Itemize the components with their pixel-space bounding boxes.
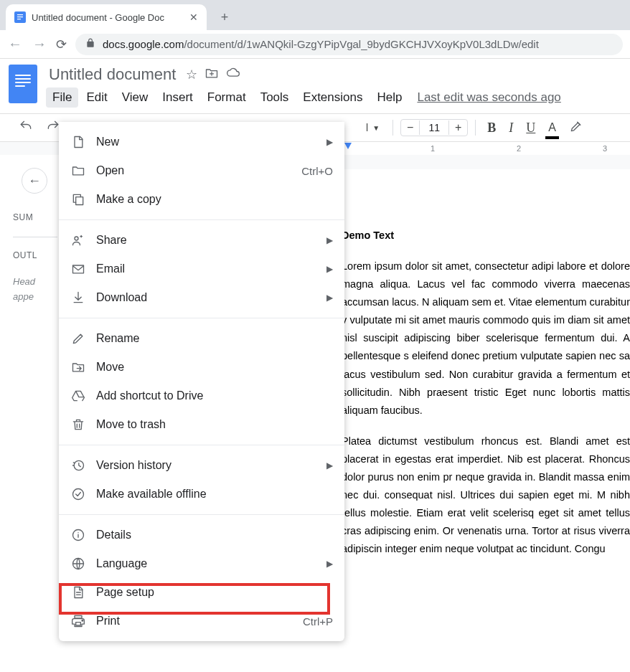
document-title[interactable]: Untitled document	[46, 65, 179, 84]
move-folder-icon[interactable]	[204, 66, 219, 84]
browser-back-icon[interactable]: ←	[7, 36, 23, 52]
font-size-control: − 11 +	[400, 119, 468, 136]
submenu-arrow-icon: ▶	[326, 460, 333, 470]
svg-rect-3	[76, 197, 83, 205]
font-size-increase[interactable]: +	[449, 120, 467, 136]
menu-insert[interactable]: Insert	[156, 87, 199, 108]
file-menu-open[interactable]: Open Ctrl+O	[59, 156, 344, 185]
file-menu-print[interactable]: Print Ctrl+P	[59, 607, 344, 635]
share-icon	[70, 232, 86, 248]
globe-icon	[70, 556, 86, 572]
svg-rect-5	[73, 265, 84, 273]
tab-close-icon[interactable]: ✕	[189, 11, 198, 23]
browser-tab[interactable]: Untitled document - Google Doc ✕	[6, 4, 207, 30]
trash-icon	[70, 417, 86, 432]
menu-format[interactable]: Format	[201, 87, 253, 108]
menu-tools[interactable]: Tools	[254, 87, 296, 108]
file-menu-page-setup[interactable]: Page setup	[59, 578, 344, 607]
file-menu-dropdown: New ▶ Open Ctrl+O Make a copy Share ▶ Em…	[59, 122, 344, 641]
file-menu-move[interactable]: Move	[59, 353, 344, 382]
tab-title: Untitled document - Google Doc	[32, 12, 184, 23]
file-menu-email[interactable]: Email ▶	[59, 255, 344, 283]
history-icon	[70, 458, 86, 473]
file-menu-new[interactable]: New ▶	[59, 128, 344, 156]
browser-reload-icon[interactable]: ⟳	[56, 37, 67, 52]
menu-edit[interactable]: Edit	[80, 87, 113, 108]
svg-rect-2	[17, 19, 21, 19]
file-menu-share[interactable]: Share ▶	[59, 226, 344, 255]
italic-icon[interactable]: I	[504, 118, 517, 138]
copy-icon	[70, 191, 86, 207]
tab-favicon-docs-icon	[14, 11, 26, 23]
browser-forward-icon: →	[32, 36, 47, 52]
svg-point-4	[75, 237, 78, 240]
menu-file[interactable]: File	[46, 87, 78, 108]
menu-extensions[interactable]: Extensions	[296, 87, 369, 108]
info-icon	[70, 527, 86, 543]
browser-address-bar: ← → ⟳ docs.google.com/document/d/1wANQki…	[0, 30, 630, 59]
highlight-icon[interactable]	[565, 116, 588, 140]
submenu-arrow-icon: ▶	[326, 559, 333, 569]
lock-icon	[85, 38, 95, 50]
document-heading: Demo Text	[342, 227, 630, 245]
page-area: Demo Text Lorem ipsum dolor sit amet, co…	[332, 155, 630, 672]
outline-placeholder: Head appe	[13, 275, 57, 305]
svg-rect-0	[17, 14, 23, 15]
star-icon[interactable]: ☆	[186, 67, 197, 82]
browser-tabs-bar: Untitled document - Google Doc ✕ +	[0, 0, 630, 30]
svg-point-7	[73, 489, 84, 500]
document-icon	[70, 134, 86, 150]
outline-label: OUTL	[13, 250, 57, 260]
file-menu-make-copy[interactable]: Make a copy	[59, 185, 344, 214]
file-menu-version-history[interactable]: Version history ▶	[59, 451, 344, 480]
file-menu-download[interactable]: Download ▶	[59, 283, 344, 312]
submenu-arrow-icon: ▶	[326, 293, 333, 303]
menu-view[interactable]: View	[116, 87, 155, 108]
file-menu-trash[interactable]: Move to trash	[59, 410, 344, 439]
document-paragraph: Platea dictumst vestibulum rhoncus est. …	[342, 432, 630, 559]
menu-bar: File Edit View Insert Format Tools Exten…	[46, 87, 621, 108]
outline-back-button[interactable]: ←	[22, 168, 47, 194]
docs-logo-icon[interactable]	[9, 65, 37, 103]
file-menu-language[interactable]: Language ▶	[59, 549, 344, 578]
submenu-arrow-icon: ▶	[326, 235, 333, 245]
drive-shortcut-icon	[70, 388, 86, 404]
font-size-decrease[interactable]: −	[401, 120, 419, 136]
page-setup-icon	[70, 585, 86, 600]
undo-icon[interactable]	[14, 116, 37, 140]
outline-pane: ← SUM OUTL Head appe	[13, 155, 57, 305]
file-menu-details[interactable]: Details	[59, 521, 344, 549]
offline-icon	[70, 486, 86, 502]
print-icon	[70, 613, 86, 629]
document-page[interactable]: Demo Text Lorem ipsum dolor sit amet, co…	[332, 169, 630, 672]
email-icon	[70, 261, 86, 277]
file-menu-rename[interactable]: Rename	[59, 324, 344, 353]
download-icon	[70, 290, 86, 306]
browser-url-field[interactable]: docs.google.com/document/d/1wANQkil-GzgY…	[75, 34, 623, 55]
underline-icon[interactable]: U	[522, 118, 540, 138]
rename-icon	[70, 331, 86, 346]
menu-help[interactable]: Help	[370, 87, 408, 108]
cloud-status-icon[interactable]	[226, 66, 240, 84]
bold-icon[interactable]: B	[483, 118, 500, 138]
move-icon	[70, 359, 86, 375]
folder-icon	[70, 163, 86, 179]
submenu-arrow-icon: ▶	[326, 264, 333, 274]
submenu-arrow-icon: ▶	[326, 137, 333, 147]
document-paragraph: Lorem ipsum dolor sit amet, consectetur …	[342, 257, 630, 420]
url-text: docs.google.com/document/d/1wANQkil-GzgY…	[103, 38, 539, 50]
file-menu-offline[interactable]: Make available offline	[59, 480, 344, 508]
svg-rect-1	[17, 16, 23, 17]
font-family-dropdown[interactable]: l▼	[360, 119, 385, 136]
summary-label: SUM	[13, 212, 57, 222]
last-edit-link[interactable]: Last edit was seconds ago	[417, 90, 560, 105]
file-menu-add-shortcut[interactable]: Add shortcut to Drive	[59, 382, 344, 410]
docs-header: Untitled document ☆ File Edit View Inser…	[0, 59, 630, 108]
font-size-value[interactable]: 11	[419, 120, 449, 135]
text-color-icon[interactable]: A	[544, 118, 560, 137]
new-tab-button[interactable]: +	[214, 6, 235, 28]
